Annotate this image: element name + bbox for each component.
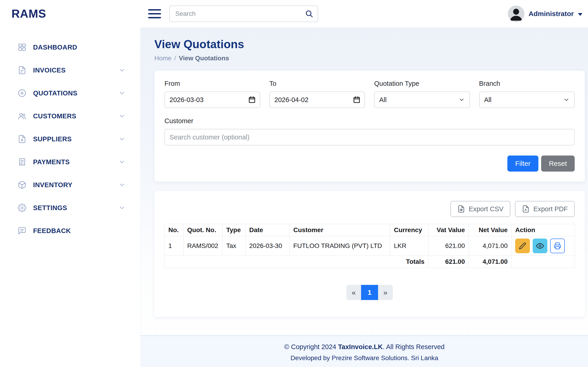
col-vat-value: Vat Value (428, 224, 469, 236)
sidebar-item-dashboard[interactable]: DASHBOARD (0, 36, 140, 59)
breadcrumb-home-link[interactable]: Home (154, 55, 172, 62)
cell-date: 2026-03-30 (246, 236, 290, 256)
sidebar-item-payments[interactable]: PAYMENTS (0, 150, 140, 173)
sidebar-item-invoices[interactable]: INVOICES (0, 59, 140, 82)
sidebar-item-inventory[interactable]: INVENTORY (0, 173, 140, 196)
col-action: Action (511, 224, 575, 236)
customer-label: Customer (164, 117, 575, 125)
quotations-plus-circle-icon (17, 89, 27, 98)
totals-net: 4,071.00 (469, 256, 511, 268)
pagination-next-button[interactable]: » (378, 285, 393, 300)
totals-action-empty (511, 256, 575, 268)
feedback-chat-icon (17, 226, 27, 235)
print-button[interactable] (550, 239, 565, 253)
from-date-field: From (164, 80, 260, 108)
hamburger-bar (148, 13, 161, 15)
chevron-down-icon (458, 97, 465, 103)
eye-icon (536, 242, 544, 250)
sidebar-item-label: QUOTATIONS (33, 90, 78, 97)
export-pdf-button[interactable]: Export PDF (515, 201, 575, 217)
sidebar-item-quotations[interactable]: QUOTATIONS (0, 82, 140, 105)
from-label: From (164, 80, 260, 87)
export-csv-button[interactable]: Export CSV (450, 201, 510, 217)
sidebar-item-customers[interactable]: CUSTOMERS (0, 105, 140, 127)
sidebar-item-suppliers[interactable]: SUPPLIERS (0, 127, 140, 150)
sidebar-item-label: PAYMENTS (33, 158, 70, 166)
sidebar-item-label: INVENTORY (33, 181, 72, 189)
sidebar-item-label: DASHBOARD (33, 44, 77, 51)
cell-quot-no: RAMS/002 (183, 236, 223, 256)
pagination: « 1 » (164, 285, 575, 317)
col-no: No. (165, 224, 183, 236)
sidebar: DASHBOARD INVOICES QUOTATIONS (0, 27, 141, 367)
results-card: Export CSV Export PDF No. Quot. No. (154, 191, 585, 317)
from-date-input[interactable] (164, 92, 260, 108)
chevron-down-icon (563, 97, 570, 103)
sidebar-item-feedback[interactable]: FEEDBACK (0, 219, 140, 242)
breadcrumb-separator: / (174, 55, 176, 62)
pagination-current-page[interactable]: 1 (361, 285, 378, 300)
export-csv-label: Export CSV (469, 205, 504, 213)
main-content: View Quotations Home / View Quotations F… (141, 27, 588, 367)
search-input[interactable] (169, 6, 318, 22)
cell-type: Tax (223, 236, 246, 256)
export-pdf-label: Export PDF (533, 205, 568, 213)
dashboard-grid-icon (17, 43, 27, 52)
reset-button[interactable]: Reset (541, 156, 575, 172)
chevron-down-icon (118, 67, 126, 74)
user-menu[interactable]: Administrator (508, 6, 582, 22)
pagination-prev-button[interactable]: « (346, 285, 361, 300)
to-label: To (269, 80, 365, 87)
settings-gear-icon (17, 203, 27, 212)
menu-toggle-button[interactable] (148, 9, 161, 19)
sidebar-item-label: SUPPLIERS (33, 135, 72, 143)
chevron-down-icon (118, 135, 126, 143)
customer-search-input[interactable] (164, 129, 575, 145)
caret-down-icon (578, 13, 582, 16)
col-currency: Currency (390, 224, 428, 236)
to-date-input[interactable] (269, 92, 365, 108)
cell-vat-value: 621.00 (428, 236, 469, 256)
sidebar-item-settings[interactable]: SETTINGS (0, 196, 140, 219)
sidebar-item-label: CUSTOMERS (33, 112, 76, 120)
col-date: Date (246, 224, 290, 236)
page-title: View Quotations (154, 38, 585, 51)
quotation-type-label: Quotation Type (374, 80, 470, 87)
user-name: Administrator (528, 10, 574, 18)
cell-action (511, 236, 575, 256)
edit-button[interactable] (515, 239, 530, 253)
avatar (508, 6, 524, 22)
brand-logo[interactable]: RAMS (11, 7, 46, 20)
to-date-field: To (269, 80, 365, 108)
chevron-down-icon (118, 204, 126, 211)
col-net-value: Net Value (469, 224, 511, 236)
copyright-line: © Copyright 2024 TaxInvoice.LK. All Righ… (141, 343, 588, 351)
filter-button[interactable]: Filter (507, 156, 538, 172)
view-button[interactable] (533, 239, 547, 253)
suppliers-file-down-icon (17, 134, 27, 144)
chevron-down-icon (118, 158, 126, 166)
copyright-prefix: © Copyright 2024 (284, 343, 338, 350)
topbar-search (169, 6, 318, 22)
printer-icon (554, 242, 561, 250)
cell-currency: LKR (390, 236, 428, 256)
quotation-type-select[interactable]: All (374, 92, 470, 108)
chevron-down-icon (118, 112, 126, 120)
breadcrumb: Home / View Quotations (154, 55, 585, 62)
quotation-type-field: Quotation Type All (374, 80, 470, 108)
pdf-file-icon (522, 205, 530, 213)
table-header-row: No. Quot. No. Type Date Customer Currenc… (165, 224, 575, 236)
hamburger-bar (148, 17, 161, 18)
col-quot-no: Quot. No. (183, 224, 223, 236)
copyright-suffix: . All Rights Reserved (383, 343, 444, 350)
customer-field: Customer (164, 117, 575, 145)
branch-select[interactable]: All (479, 92, 575, 108)
table-row: 1 RAMS/002 Tax 2026-03-30 FUTLOO TRADING… (165, 236, 575, 256)
topbar: RAMS Administrator (0, 0, 588, 27)
filter-card: From To (154, 71, 585, 182)
branch-label: Branch (479, 80, 575, 87)
developer-line: Developed by Prezire Software Solutions.… (141, 354, 588, 362)
sidebar-item-label: FEEDBACK (33, 227, 71, 235)
col-customer: Customer (290, 224, 390, 236)
csv-file-icon (457, 205, 465, 213)
